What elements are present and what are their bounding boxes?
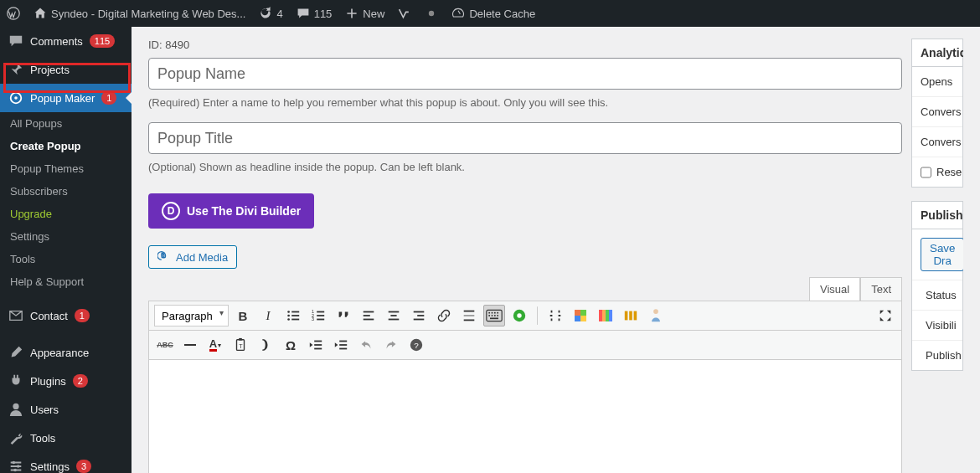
sidebar-sub-settings[interactable]: Settings	[0, 225, 132, 248]
wp-misc-button[interactable]	[508, 305, 530, 326]
sidebar-comments-badge: 115	[90, 34, 115, 48]
site-name: Syndeo - Digital Marketing & Web Des...	[51, 8, 245, 20]
svg-rect-9	[291, 311, 299, 313]
sidebar-item-appearance[interactable]: Appearance	[0, 338, 132, 367]
bold-button[interactable]: B	[232, 305, 254, 326]
wp-logo[interactable]	[7, 7, 20, 20]
tab-visual[interactable]: Visual	[809, 277, 860, 301]
sidebar-item-tools[interactable]: Tools	[0, 424, 132, 452]
updates-link[interactable]: 4	[259, 7, 282, 20]
person-button[interactable]	[645, 305, 667, 326]
multi-color-button[interactable]	[570, 305, 591, 326]
wrench-icon	[8, 430, 23, 445]
gauge-icon	[451, 7, 465, 20]
svg-point-5	[13, 461, 16, 465]
publish-date-row[interactable]: Publish	[912, 341, 962, 370]
help-button[interactable]: ?	[405, 334, 427, 356]
svg-rect-40	[497, 315, 498, 316]
redo-button[interactable]	[380, 334, 402, 356]
format-select[interactable]: Paragraph	[154, 305, 229, 326]
bullet-list-button[interactable]	[282, 305, 304, 326]
popup-name-input[interactable]	[148, 58, 902, 90]
sidebar-item-plugins[interactable]: Plugins 2	[0, 367, 132, 395]
sidebar-item-comments[interactable]: Comments 115	[0, 27, 132, 55]
numbered-list-button[interactable]: 123	[307, 305, 329, 326]
indent-button[interactable]	[330, 334, 352, 356]
add-media-button[interactable]: Add Media	[148, 245, 237, 269]
color-strip-button[interactable]	[595, 305, 616, 326]
outdent-button[interactable]	[305, 334, 327, 356]
sidebar-contact-label: Contact	[30, 310, 68, 322]
toolbar-toggle-button[interactable]	[483, 305, 505, 326]
delete-cache-link[interactable]: Delete Cache	[451, 7, 535, 20]
pin-icon	[8, 62, 23, 77]
special-char-button[interactable]: Ω	[280, 334, 302, 356]
sidebar-sub-help[interactable]: Help & Support	[0, 270, 132, 293]
svg-rect-25	[389, 319, 400, 321]
post-id: ID: 8490	[148, 39, 895, 51]
sidebar-item-contact[interactable]: Contact 1	[0, 301, 132, 330]
sidebar-sub-popup-themes[interactable]: Popup Themes	[0, 157, 132, 180]
sidebar-sub-tools[interactable]: Tools	[0, 248, 132, 270]
sidebar-sub-create-popup[interactable]: Create Popup	[0, 135, 132, 157]
vi-icon-link[interactable]	[398, 7, 411, 20]
site-link[interactable]: Syndeo - Digital Marketing & Web Des...	[34, 7, 245, 20]
sidebar-item-users[interactable]: Users	[0, 395, 132, 424]
divi-builder-button[interactable]: D Use The Divi Builder	[148, 193, 314, 229]
sidebar-item-popup-maker[interactable]: Popup Maker 1	[0, 84, 132, 112]
svg-text:?: ?	[414, 341, 419, 350]
undo-button[interactable]	[355, 334, 377, 356]
insert-shortcode-button[interactable]	[544, 305, 566, 326]
editor-content[interactable]	[148, 360, 902, 473]
sidebar-popup-maker-badge: 1	[101, 91, 116, 105]
paste-text-button[interactable]: T	[230, 334, 251, 356]
sidebar-sub-subscribers[interactable]: Subscribers	[0, 180, 132, 203]
sidebar-sub-upgrade[interactable]: Upgrade	[0, 203, 132, 225]
toolbar-comments-count: 115	[314, 8, 333, 20]
wp-admin-toolbar: Syndeo - Digital Marketing & Web Des... …	[0, 0, 980, 27]
align-right-button[interactable]	[408, 305, 430, 326]
svg-text:3: 3	[312, 316, 314, 321]
align-left-button[interactable]	[358, 305, 379, 326]
fullscreen-button[interactable]	[874, 305, 896, 326]
svg-rect-41	[490, 318, 498, 320]
svg-rect-54	[339, 341, 347, 342]
svg-rect-20	[364, 311, 374, 313]
sidebar-item-projects[interactable]: Projects	[0, 55, 132, 84]
sidebar-plugins-badge: 2	[73, 374, 88, 388]
svg-rect-51	[314, 341, 322, 342]
analytics-reset[interactable]: Rese	[912, 157, 962, 187]
svg-point-1	[429, 11, 434, 16]
sidebar-sub-all-popups[interactable]: All Popups	[0, 112, 132, 135]
publish-visibility-row[interactable]: Visibili	[912, 311, 962, 341]
editor-container: Visual Text Paragraph B I 123	[148, 277, 902, 473]
tab-text[interactable]: Text	[860, 277, 902, 301]
sidebar-item-settings[interactable]: Settings 3	[0, 452, 132, 473]
new-link[interactable]: New	[345, 7, 384, 20]
align-center-button[interactable]	[383, 305, 405, 326]
svg-rect-29	[464, 311, 475, 312]
popup-title-input[interactable]	[148, 122, 902, 154]
link-button[interactable]	[433, 305, 455, 326]
columns-button[interactable]	[620, 305, 642, 326]
svg-rect-39	[494, 315, 496, 316]
delete-cache-label: Delete Cache	[469, 8, 535, 20]
brush-icon	[8, 345, 23, 360]
comment-icon	[8, 33, 23, 49]
strikethrough-button[interactable]: ABC	[154, 334, 176, 356]
blockquote-button[interactable]	[333, 305, 354, 326]
vi-icon	[398, 7, 411, 20]
reset-checkbox[interactable]	[921, 167, 931, 178]
sidebar-popup-maker-label: Popup Maker	[30, 92, 95, 105]
save-draft-button[interactable]: Save Dra	[921, 238, 963, 271]
clear-format-button[interactable]	[255, 334, 276, 356]
text-color-button[interactable]: A▾	[204, 334, 226, 356]
dot-indicator[interactable]	[425, 7, 438, 20]
read-more-button[interactable]	[458, 305, 480, 326]
hr-button[interactable]	[179, 334, 201, 356]
publish-status-row[interactable]: Status	[912, 280, 962, 311]
wp-admin-sidebar: Comments 115 Projects Popup Maker 1 All …	[0, 27, 132, 473]
italic-button[interactable]: I	[257, 305, 279, 326]
comments-link[interactable]: 115	[297, 7, 333, 20]
analytics-conversion-rate: Convers	[912, 127, 962, 157]
